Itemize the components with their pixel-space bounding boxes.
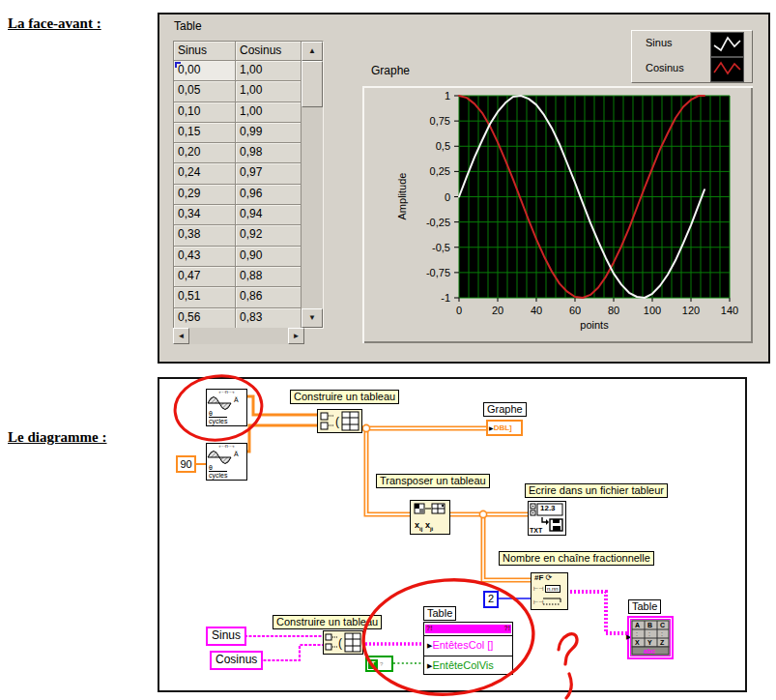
num-to-fract-string-node[interactable]: #F ⟳ n.nn ⊢⊣ ⊢⊣ — [531, 572, 568, 610]
theta-glyph: θ — [209, 410, 213, 417]
boolean-extra-glyph: ? — [380, 661, 383, 667]
table-cell[interactable]: 0,97 — [236, 163, 302, 184]
table-cell[interactable]: 1,00 — [236, 61, 302, 81]
label-num-to-string[interactable]: Nombre en chaîne fractionnelle — [499, 551, 654, 566]
label-transpose[interactable]: Transposer un tableau — [376, 474, 490, 488]
table-row: 0,001,00 — [174, 61, 302, 81]
waveform-graph[interactable]: 02040608010012014010,750,50,250-0,25-0,5… — [362, 86, 753, 343]
numeric-constant-90[interactable]: 90 — [176, 455, 196, 473]
y-tick-label: -0,5 — [432, 242, 450, 253]
graph-terminal-label[interactable]: Graphe — [483, 402, 527, 417]
table-cell[interactable]: 0,05 — [174, 81, 236, 102]
scroll-right-button[interactable]: ► — [288, 328, 304, 344]
boolean-T-icon: T — [368, 659, 378, 669]
build-array-node-2[interactable]: ( — [323, 630, 363, 655]
legend-entry-sinus[interactable]: Sinus — [632, 31, 752, 56]
label-write-file[interactable]: Ecrire dans un fichier tableur — [525, 483, 668, 498]
build-array-node-1[interactable]: ( — [317, 409, 362, 433]
sine-pattern-vi-1[interactable]: ‹···n···› Ä θ cycles — [206, 389, 247, 426]
svg-text:Ä: Ä — [234, 396, 239, 403]
table-terminal[interactable]: ▶ A B C ::: X Y Z abc — [627, 616, 674, 659]
scroll-left-button[interactable]: ◄ — [173, 328, 189, 344]
table-body: 0,001,000,051,000,101,000,150,990,200,98… — [174, 61, 302, 328]
table-cell[interactable]: 0,98 — [236, 143, 302, 163]
table-control[interactable]: Sinus Cosinus ▲ 0,001,000,051,000,101,00… — [173, 41, 324, 329]
table-cell[interactable]: 0,88 — [236, 267, 302, 287]
transpose-icon-grids — [411, 502, 449, 516]
table-cell[interactable]: 1,00 — [236, 81, 302, 102]
svg-text::: : — [661, 630, 663, 637]
table-cell[interactable]: 0,47 — [174, 267, 236, 287]
table-col-header-sinus[interactable]: Sinus — [174, 42, 236, 61]
legend-label: Sinus — [646, 37, 673, 48]
table-terminal-grid-icon: A B C ::: X Y Z abc — [631, 620, 670, 656]
table-cell[interactable]: 0,92 — [236, 225, 302, 246]
table-hscrollbar[interactable]: ◄ ► — [173, 328, 304, 344]
table-vscrollbar[interactable]: ▼ — [302, 61, 323, 328]
arrow-right-icon: ► — [293, 333, 301, 340]
arrow-up-icon: ▲ — [308, 47, 316, 55]
table-cell[interactable]: 0,94 — [236, 205, 302, 225]
cycles-caption: cycles — [209, 471, 227, 480]
table-col-header-cosinus[interactable]: Cosinus — [236, 42, 302, 61]
scroll-down-button[interactable]: ▼ — [302, 308, 323, 328]
table-cell[interactable]: 0,29 — [174, 185, 236, 205]
svg-text:(: ( — [335, 415, 339, 428]
hscroll-track[interactable] — [173, 328, 304, 344]
property-node-label[interactable]: Table — [423, 606, 456, 621]
numeric-constant-2[interactable]: 2 — [483, 591, 499, 608]
boolean-true-constant[interactable]: T ? — [365, 656, 393, 672]
vscroll-thumb[interactable] — [302, 61, 323, 107]
build-array-icon: ( — [324, 631, 362, 654]
string-constant-sinus[interactable]: Sinus — [206, 627, 246, 646]
front-panel-heading: La face-avant : — [8, 15, 101, 32]
svg-text:Y: Y — [647, 639, 652, 646]
write-spreadsheet-node[interactable]: 12.3 TXT — [528, 501, 566, 536]
sine-pattern-vi-2[interactable]: ‹···n···› Ä θ cycles — [206, 443, 247, 481]
table-cell[interactable]: 0,00 — [174, 61, 236, 81]
x-tick-label: 0 — [456, 305, 462, 316]
svg-text:A: A — [635, 622, 640, 628]
svg-text::: : — [636, 630, 638, 637]
table-cell[interactable]: 0,56 — [174, 308, 236, 328]
table-cell[interactable]: 0,20 — [174, 143, 236, 163]
x-tick-label: 20 — [492, 305, 503, 316]
scroll-up-button[interactable]: ▲ — [302, 42, 323, 61]
graph-dbl-terminal[interactable]: ▶ DBL] — [486, 420, 523, 436]
label-build-array-2[interactable]: Construire un tableau — [273, 615, 382, 629]
table-cell[interactable]: 1,00 — [236, 102, 302, 123]
table-cell[interactable]: 0,10 — [174, 102, 236, 123]
table-terminal-label[interactable]: Table — [628, 599, 661, 614]
x-tick-label: 40 — [531, 305, 542, 316]
y-tick-label: -0,75 — [426, 267, 450, 278]
legend-swatch[interactable] — [710, 57, 744, 82]
property-item-entetecolvis[interactable]: ▶EntêteColVis — [424, 656, 512, 676]
property-item-entetescol[interactable]: ▶EntêtesCol [] — [424, 635, 512, 656]
arrow-down-icon: ▼ — [308, 314, 316, 322]
table-cell[interactable]: 0,43 — [174, 247, 236, 267]
table-cell[interactable]: 0,38 — [174, 225, 236, 246]
write-txt-text: TXT — [530, 527, 542, 534]
legend-swatch[interactable] — [710, 32, 744, 57]
label-build-array-1[interactable]: Construire un tableau — [290, 390, 399, 404]
write-123-text: 12.3 — [540, 505, 556, 512]
table-cell[interactable]: 0,24 — [174, 163, 236, 184]
table-cell[interactable]: 0,34 — [174, 205, 236, 225]
table-cell[interactable]: 0,15 — [174, 123, 236, 143]
table-cell[interactable]: 0,99 — [236, 123, 302, 143]
table-cell[interactable]: 0,86 — [236, 287, 302, 307]
table-row: 0,470,88 — [174, 267, 302, 287]
transpose-icon-text: xij xji — [415, 520, 433, 532]
table-cell[interactable]: 0,51 — [174, 287, 236, 307]
graph-legend[interactable]: SinusCosinus — [631, 30, 753, 83]
x-tick-label: 60 — [569, 305, 581, 316]
table-cell[interactable]: 0,90 — [236, 247, 302, 267]
transpose-array-node[interactable]: xij xji — [410, 500, 450, 535]
table-property-node[interactable]: ?! ?! ▶EntêtesCol [] ▶EntêteColVis — [423, 622, 513, 675]
legend-entry-cosinus[interactable]: Cosinus — [632, 56, 752, 81]
string-constant-cosinus[interactable]: Cosinus — [210, 651, 263, 670]
table-cell[interactable]: 0,96 — [236, 185, 302, 205]
table-label: Table — [174, 19, 202, 33]
table-cell[interactable]: 0,83 — [236, 308, 302, 328]
property-bar-mark: ?! — [426, 625, 433, 631]
